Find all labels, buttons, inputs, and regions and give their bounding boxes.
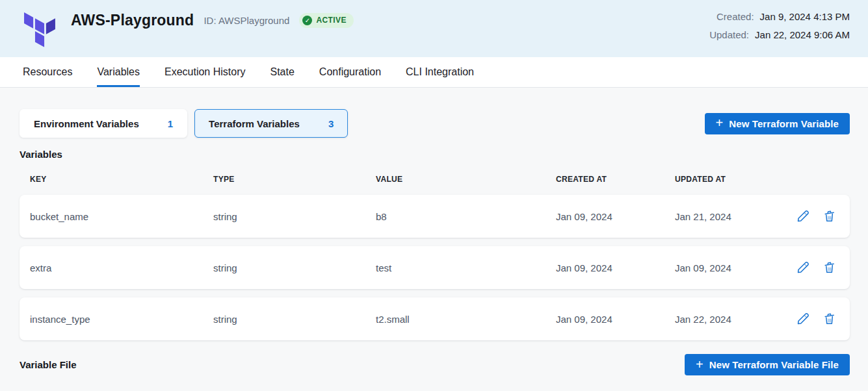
tab-resources[interactable]: Resources xyxy=(23,57,72,87)
variables-page: Environment Variables 1 Terraform Variab… xyxy=(0,88,868,375)
cell-value: b8 xyxy=(365,211,546,222)
column-header-type: TYPE xyxy=(203,175,365,184)
tab-configuration[interactable]: Configuration xyxy=(319,57,381,87)
new-terraform-variable-button[interactable]: + New Terraform Variable xyxy=(705,113,850,134)
cell-updated-at: Jan 22, 2024 xyxy=(664,314,773,325)
status-text: ACTIVE xyxy=(316,16,346,25)
terraform-variables-tab-label: Terraform Variables xyxy=(209,118,300,129)
tab-variables[interactable]: Variables xyxy=(97,57,140,87)
environment-variables-tab[interactable]: Environment Variables 1 xyxy=(20,109,187,138)
cell-type: string xyxy=(203,262,365,273)
delete-variable-button[interactable] xyxy=(822,312,836,326)
cell-key: extra xyxy=(20,262,203,273)
check-circle-icon: ✓ xyxy=(302,16,312,25)
table-header: KEY TYPE VALUE CREATED AT UPDATED AT xyxy=(20,175,850,184)
column-header-updated-at: UPDATED AT xyxy=(664,175,773,184)
trash-icon xyxy=(822,260,836,275)
terraform-variables-count: 3 xyxy=(328,118,334,129)
trash-icon xyxy=(822,312,836,326)
terraform-logo-icon xyxy=(23,8,57,51)
cell-type: string xyxy=(203,314,365,325)
cell-created-at: Jan 09, 2024 xyxy=(546,211,664,222)
cell-created-at: Jan 09, 2024 xyxy=(546,314,664,325)
pencil-icon xyxy=(796,260,810,275)
plus-icon: + xyxy=(716,116,724,129)
cell-value: t2.small xyxy=(365,314,546,325)
cell-type: string xyxy=(203,211,365,222)
trash-icon xyxy=(822,209,836,223)
plus-icon: + xyxy=(696,358,704,371)
created-value: Jan 9, 2024 4:13 PM xyxy=(760,10,850,23)
table-row: bucket_name string b8 Jan 09, 2024 Jan 2… xyxy=(20,195,850,238)
edit-variable-button[interactable] xyxy=(796,312,810,326)
page-title: AWS-Playground xyxy=(71,12,194,29)
table-row: extra string test Jan 09, 2024 Jan 09, 2… xyxy=(20,246,850,289)
edit-variable-button[interactable] xyxy=(796,209,810,223)
environment-id: ID: AWSPlayground xyxy=(204,15,289,26)
variables-section-title: Variables xyxy=(20,149,850,160)
created-label: Created: xyxy=(717,10,754,23)
table-row: instance_type string t2.small Jan 09, 20… xyxy=(20,297,850,340)
timestamps: Created: Jan 9, 2024 4:13 PM Updated: Ja… xyxy=(709,9,850,42)
environment-variables-tab-label: Environment Variables xyxy=(34,118,139,129)
updated-label: Updated: xyxy=(709,28,749,42)
edit-variable-button[interactable] xyxy=(796,260,810,275)
pencil-icon xyxy=(796,312,810,326)
cell-value: test xyxy=(365,262,546,273)
column-header-key: KEY xyxy=(20,175,203,184)
environment-header: AWS-Playground ID: AWSPlayground ✓ ACTIV… xyxy=(0,0,868,57)
column-header-value: VALUE xyxy=(365,175,546,184)
cell-created-at: Jan 09, 2024 xyxy=(546,262,664,273)
column-header-created-at: CREATED AT xyxy=(546,175,664,184)
environment-variables-count: 1 xyxy=(168,118,173,129)
variable-file-section-title: Variable File xyxy=(20,359,77,370)
delete-variable-button[interactable] xyxy=(822,209,836,223)
cell-updated-at: Jan 09, 2024 xyxy=(664,262,773,273)
tab-cli-integration[interactable]: CLI Integration xyxy=(406,57,474,87)
nav-tab-bar: Resources Variables Execution History St… xyxy=(0,57,868,88)
cell-key: bucket_name xyxy=(20,211,203,222)
variables-table: bucket_name string b8 Jan 09, 2024 Jan 2… xyxy=(20,195,850,340)
cell-updated-at: Jan 21, 2024 xyxy=(664,211,773,222)
cell-key: instance_type xyxy=(20,314,203,325)
delete-variable-button[interactable] xyxy=(822,260,836,275)
terraform-variables-tab[interactable]: Terraform Variables 3 xyxy=(194,109,348,138)
pencil-icon xyxy=(796,209,810,223)
new-terraform-variable-file-button[interactable]: + New Terraform Variable File xyxy=(685,354,850,375)
tab-state[interactable]: State xyxy=(270,57,295,87)
updated-value: Jan 22, 2024 9:06 AM xyxy=(755,28,850,42)
status-badge: ✓ ACTIVE xyxy=(299,13,353,28)
tab-execution-history[interactable]: Execution History xyxy=(164,57,246,87)
